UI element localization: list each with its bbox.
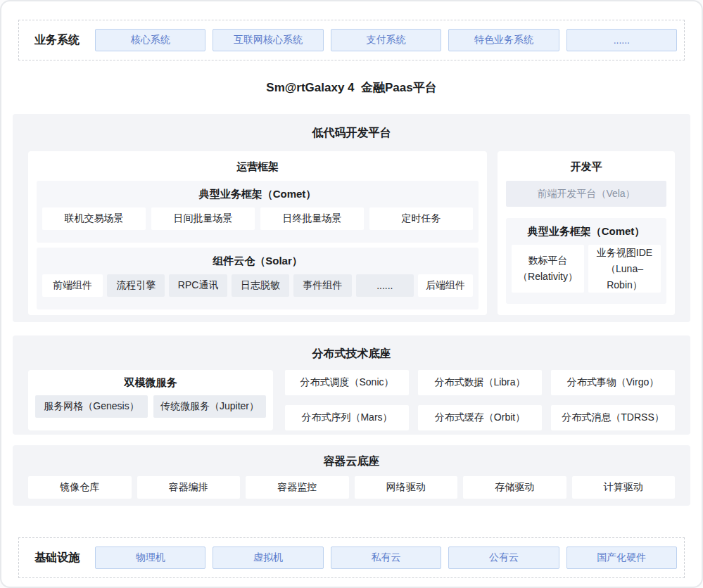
business-systems-label: 业务系统 xyxy=(19,33,95,48)
dual-mode-title: 双模微服务 xyxy=(35,370,266,395)
solar-warehouse-group: 组件云仓（Solar） 前端组件 流程引擎 RPC通讯 日志脱敏 事件组件 ..… xyxy=(37,248,479,309)
biz-system-core[interactable]: 核心系统 xyxy=(95,29,205,51)
distributed-cache-orbit[interactable]: 分布式缓存（Orbit） xyxy=(418,405,542,430)
dual-mode-items: 服务网格（Genesis） 传统微服务（Jupiter） xyxy=(35,395,266,418)
distributed-message-tdrss[interactable]: 分布式消息（TDRSS） xyxy=(551,405,675,430)
biz-system-payment[interactable]: 支付系统 xyxy=(331,29,441,51)
infra-domestic-hardware[interactable]: 国产化硬件 xyxy=(566,547,677,569)
vela-frontend-platform[interactable]: 前端开发平台（Vela） xyxy=(506,181,666,207)
distributed-base-title: 分布式技术底座 xyxy=(13,335,690,370)
low-code-content: 运营框架 典型业务框架（Comet） 联机交易场景 日间批量场景 日终批量场景 … xyxy=(13,151,690,315)
image-registry[interactable]: 镜像仓库 xyxy=(28,476,132,499)
low-code-title: 低代码开发平台 xyxy=(13,114,690,151)
luna-robin-line1: 业务视图IDE xyxy=(597,245,652,261)
infra-physical-machine[interactable]: 物理机 xyxy=(95,547,205,569)
platform-title: Sm@rtGalaxy 4 金融Paas平台 xyxy=(1,60,702,114)
relativity-data-platform[interactable]: 数标平台 （Relativity） xyxy=(512,245,584,293)
container-base-section: 容器云底座 镜像仓库 容器编排 容器监控 网络驱动 存储驱动 计算驱动 xyxy=(13,445,690,506)
infra-private-cloud[interactable]: 私有云 xyxy=(331,547,441,569)
network-driver[interactable]: 网络驱动 xyxy=(355,476,458,499)
dual-mode-card: 双模微服务 服务网格（Genesis） 传统微服务（Jupiter） xyxy=(28,370,273,430)
solar-items: 前端组件 流程引擎 RPC通讯 日志脱敏 事件组件 ...... 后端组件 xyxy=(42,274,473,297)
infrastructure-label: 基础设施 xyxy=(19,551,95,565)
infra-public-cloud[interactable]: 公有云 xyxy=(448,547,559,569)
comet-framework-title: 典型业务框架（Comet） xyxy=(42,181,473,207)
solar-chip-more[interactable]: ...... xyxy=(356,274,414,297)
biz-system-more[interactable]: ...... xyxy=(566,29,677,51)
container-base-items: 镜像仓库 容器编排 容器监控 网络驱动 存储驱动 计算驱动 xyxy=(13,476,690,499)
distributed-scheduling-sonic[interactable]: 分布式调度（Sonic） xyxy=(285,370,409,395)
operation-framework-title: 运营框架 xyxy=(37,151,479,181)
comet-item-intraday-batch[interactable]: 日间批量场景 xyxy=(151,207,255,230)
business-systems-items: 核心系统 互联网核心系统 支付系统 特色业务系统 ...... xyxy=(95,29,677,51)
solar-chip-log-masking[interactable]: 日志脱敏 xyxy=(232,274,289,297)
container-orchestration[interactable]: 容器编排 xyxy=(137,476,241,499)
compute-driver[interactable]: 计算驱动 xyxy=(572,476,676,499)
traditional-microservice-jupiter[interactable]: 传统微服务（Jupiter） xyxy=(153,395,266,418)
solar-warehouse-title: 组件云仓（Solar） xyxy=(42,248,473,274)
distributed-sequence-mars[interactable]: 分布式序列（Mars） xyxy=(285,405,409,430)
distributed-transaction-virgo[interactable]: 分布式事物（Virgo） xyxy=(551,370,675,395)
comet-item-eod-batch[interactable]: 日终批量场景 xyxy=(260,207,364,230)
infrastructure-row: 基础设施 物理机 虚拟机 私有云 公有云 国产化硬件 xyxy=(18,537,685,578)
luna-robin-ide[interactable]: 业务视图IDE （Luna–Robin） xyxy=(588,245,661,293)
comet-framework-group: 典型业务框架（Comet） 联机交易场景 日间批量场景 日终批量场景 定时任务 xyxy=(37,181,479,243)
storage-driver[interactable]: 存储驱动 xyxy=(463,476,566,499)
dev-comet-title: 典型业务框架（Comet） xyxy=(512,218,661,245)
container-monitoring[interactable]: 容器监控 xyxy=(246,476,349,499)
luna-robin-line2: （Luna–Robin） xyxy=(588,261,661,293)
solar-backend-components[interactable]: 后端组件 xyxy=(418,274,473,297)
service-mesh-genesis[interactable]: 服务网格（Genesis） xyxy=(35,395,148,418)
container-base-title: 容器云底座 xyxy=(13,445,690,476)
architecture-diagram: 业务系统 核心系统 互联网核心系统 支付系统 特色业务系统 ...... Sm@… xyxy=(0,0,703,588)
distributed-data-libra[interactable]: 分布式数据（Libra） xyxy=(418,370,542,395)
low-code-section: 低代码开发平台 运营框架 典型业务框架（Comet） 联机交易场景 日间批量场景… xyxy=(13,114,690,322)
infrastructure-items: 物理机 虚拟机 私有云 公有云 国产化硬件 xyxy=(95,547,677,569)
comet-item-timed-task[interactable]: 定时任务 xyxy=(369,207,473,230)
solar-frontend-components[interactable]: 前端组件 xyxy=(42,274,103,297)
solar-chip-rpc[interactable]: RPC通讯 xyxy=(169,274,227,297)
dev-comet-group: 典型业务框架（Comet） 数标平台 （Relativity） 业务视图IDE … xyxy=(506,218,666,304)
dev-comet-items: 数标平台 （Relativity） 业务视图IDE （Luna–Robin） xyxy=(512,245,661,293)
dev-platform-card: 开发平 前端开发平台（Vela） 典型业务框架（Comet） 数标平台 （Rel… xyxy=(498,151,675,315)
biz-system-special[interactable]: 特色业务系统 xyxy=(448,29,559,51)
comet-items: 联机交易场景 日间批量场景 日终批量场景 定时任务 xyxy=(42,207,473,230)
biz-system-internet-core[interactable]: 互联网核心系统 xyxy=(213,29,323,51)
relativity-line1: 数标平台 xyxy=(528,253,568,269)
operation-framework-card: 运营框架 典型业务框架（Comet） 联机交易场景 日间批量场景 日终批量场景 … xyxy=(28,151,487,315)
distributed-grid: 分布式调度（Sonic） 分布式数据（Libra） 分布式事物（Virgo） 分… xyxy=(285,370,675,430)
solar-chip-event[interactable]: 事件组件 xyxy=(293,274,351,297)
solar-chip-process-engine[interactable]: 流程引擎 xyxy=(107,274,165,297)
dev-platform-title: 开发平 xyxy=(506,151,666,181)
business-systems-row: 业务系统 核心系统 互联网核心系统 支付系统 特色业务系统 ...... xyxy=(18,20,685,60)
infra-virtual-machine[interactable]: 虚拟机 xyxy=(213,547,323,569)
distributed-base-section: 分布式技术底座 双模微服务 服务网格（Genesis） 传统微服务（Jupite… xyxy=(13,335,690,435)
comet-item-online-trade[interactable]: 联机交易场景 xyxy=(42,207,146,230)
relativity-line2: （Relativity） xyxy=(518,269,578,285)
distributed-content: 双模微服务 服务网格（Genesis） 传统微服务（Jupiter） 分布式调度… xyxy=(13,370,690,430)
